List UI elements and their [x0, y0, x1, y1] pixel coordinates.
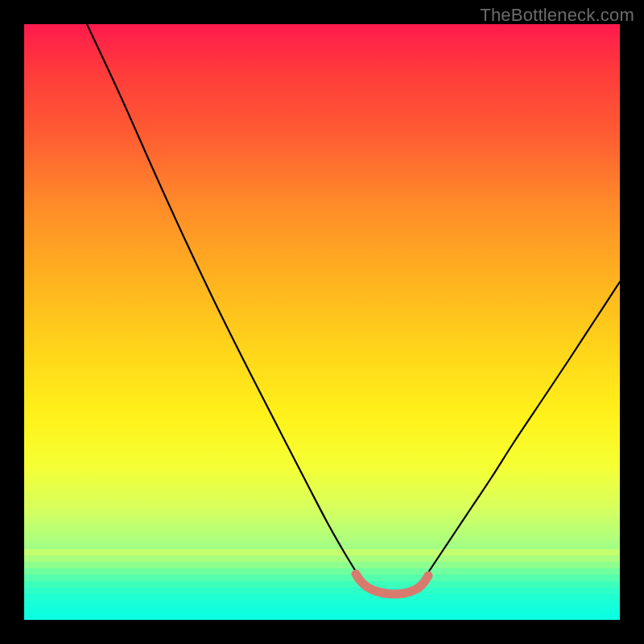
curve-layer	[24, 24, 620, 620]
plot-area	[24, 24, 620, 620]
right-curve	[427, 282, 620, 575]
outer-frame: TheBottleneck.com	[0, 0, 644, 644]
bottom-highlight	[356, 574, 428, 594]
watermark-text: TheBottleneck.com	[480, 5, 634, 26]
left-curve	[87, 24, 357, 574]
